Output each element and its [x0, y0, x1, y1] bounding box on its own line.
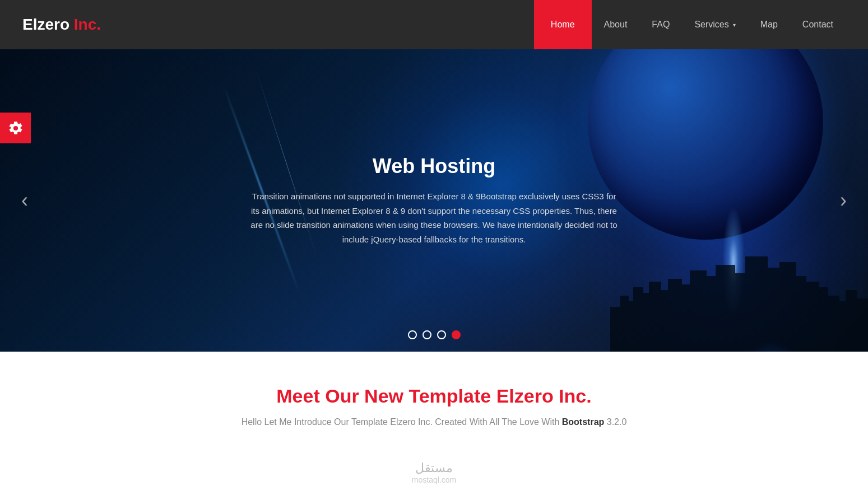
gear-button[interactable]: [0, 113, 31, 143]
city-silhouette: [610, 240, 868, 352]
navbar: Elzero Inc. Home About FAQ Services ▾ Ma…: [0, 0, 868, 49]
nav-item-contact[interactable]: Contact: [790, 0, 846, 49]
nav-item-services[interactable]: Services ▾: [682, 0, 748, 49]
nav-logo: Elzero Inc.: [22, 16, 101, 34]
nav-item-about[interactable]: About: [592, 0, 640, 49]
hero-section: Web Hosting Transition animations not su…: [0, 49, 868, 352]
intro-section: Meet Our New Template Elzero Inc. Hello …: [0, 352, 868, 450]
slider-dots: [408, 330, 461, 339]
nav-link-home[interactable]: Home: [534, 0, 592, 49]
intro-subtitle: Hello Let Me Introduce Our Template Elze…: [22, 417, 846, 427]
nav-link-faq[interactable]: FAQ: [639, 0, 682, 49]
slide-dot-2[interactable]: [423, 330, 431, 339]
slide-title: Web Hosting: [249, 155, 619, 178]
nav-item-home[interactable]: Home: [534, 0, 592, 49]
slide-dot-3[interactable]: [437, 330, 446, 339]
nav-links: Home About FAQ Services ▾ Map Contact: [534, 0, 846, 49]
watermark: مستقل mostaql.com: [0, 450, 868, 496]
slider-next-button[interactable]: ›: [830, 183, 857, 218]
gear-icon: [8, 120, 24, 136]
svg-rect-10: [705, 276, 717, 352]
nav-link-map[interactable]: Map: [748, 0, 790, 49]
nav-item-map[interactable]: Map: [748, 0, 790, 49]
intro-title: Meet Our New Template Elzero Inc.: [22, 385, 846, 407]
nav-item-faq[interactable]: FAQ: [639, 0, 682, 49]
slider-content: Web Hosting Transition animations not su…: [216, 155, 653, 246]
slide-dot-1[interactable]: [408, 330, 417, 339]
svg-rect-9: [690, 270, 707, 352]
slider-prev-button[interactable]: ‹: [11, 183, 38, 218]
slide-dot-4[interactable]: [452, 330, 461, 339]
slide-text: Transition animations not supported in I…: [249, 189, 619, 246]
watermark-arabic: مستقل: [11, 461, 857, 475]
nav-link-about[interactable]: About: [592, 0, 640, 49]
watermark-domain: mostaql.com: [11, 475, 857, 484]
nav-link-contact[interactable]: Contact: [790, 0, 846, 49]
nav-link-services[interactable]: Services ▾: [682, 0, 748, 49]
chevron-down-icon: ▾: [733, 22, 736, 28]
